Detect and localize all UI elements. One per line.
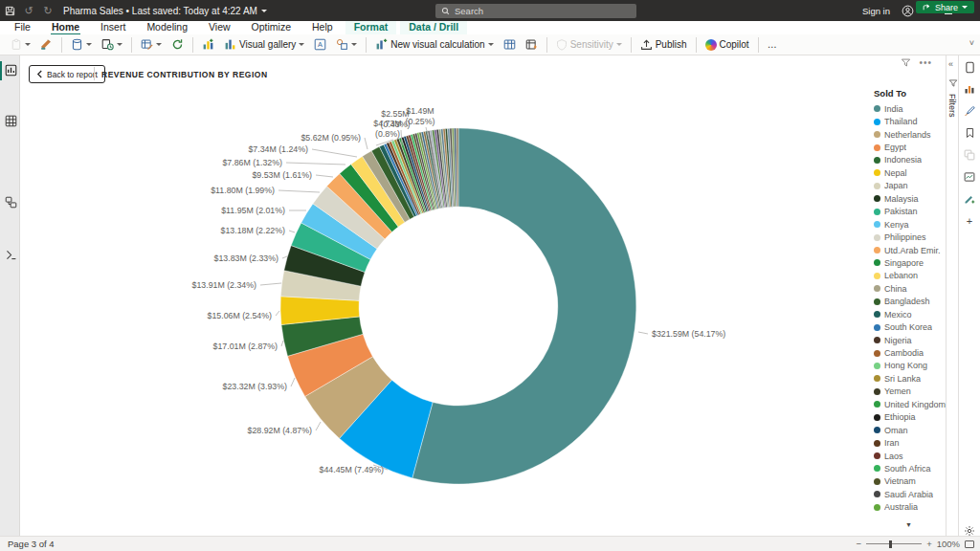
legend-item-australia[interactable]: Australia	[874, 501, 948, 514]
zoom-slider[interactable]	[866, 543, 922, 544]
menu-item-data-drill[interactable]: Data / Drill	[400, 21, 467, 34]
menu-item-format[interactable]: Format	[345, 21, 397, 34]
new-visual-button[interactable]	[197, 35, 219, 55]
legend-swatch	[874, 298, 880, 305]
save-icon[interactable]	[0, 0, 19, 21]
legend-item-indonesia[interactable]: Indonesia	[874, 154, 948, 166]
model-view-icon[interactable]	[3, 194, 18, 209]
format-painter-button[interactable]	[35, 35, 57, 55]
performance-analyzer-pane-icon[interactable]	[963, 170, 976, 184]
legend-item-thailand[interactable]: Thailand	[874, 115, 948, 127]
legend-item-pakistan[interactable]: Pakistan	[874, 206, 948, 218]
new-visual-calculation-button[interactable]: New visual calculation	[370, 35, 498, 55]
menu-item-help[interactable]: Help	[303, 21, 342, 34]
legend-label: Netherlands	[884, 130, 931, 140]
add-pane-icon[interactable]: +	[963, 214, 976, 228]
legend-item-cambodia[interactable]: Cambodia	[874, 346, 948, 359]
report-view-icon[interactable]	[3, 62, 18, 77]
share-button[interactable]: Share	[916, 1, 974, 13]
legend-item-south-korea[interactable]: South Korea	[874, 320, 948, 333]
legend-item-sri-lanka[interactable]: Sri Lanka	[874, 372, 948, 385]
dax-query-view-icon[interactable]	[3, 247, 18, 262]
publish-button[interactable]: Publish	[635, 35, 692, 55]
menu-item-optimize[interactable]: Optimize	[243, 21, 300, 34]
collapse-ribbon-icon[interactable]: ˅	[969, 38, 974, 48]
expand-pane-icon[interactable]: «	[948, 59, 953, 69]
redo-icon[interactable]: ↻	[38, 0, 57, 21]
legend-item-hong-kong[interactable]: Hong Kong	[874, 360, 948, 372]
report-canvas: Back to report REVENUE CONTRIBUTION BY R…	[20, 55, 946, 536]
legend-item-malaysia[interactable]: Malaysia	[874, 192, 948, 205]
visual-gallery-button[interactable]: Visual gallery	[219, 35, 309, 55]
get-data-button[interactable]	[66, 35, 97, 55]
powerbi-window: ↺ ↻ Pharma Sales • Last saved: Today at …	[0, 0, 980, 551]
transform-data-button[interactable]	[136, 35, 167, 55]
sensitivity-button[interactable]: Sensitivity	[551, 35, 627, 55]
legend-item-utd-arab-emir[interactable]: Utd.Arab Emir.	[874, 244, 948, 256]
legend-item-china[interactable]: China	[874, 282, 948, 295]
legend-item-singapore[interactable]: Singapore	[874, 256, 948, 269]
legend-item-ethiopia[interactable]: Ethiopia	[874, 411, 948, 424]
legend-scroll-down-icon[interactable]: ▼	[905, 521, 912, 528]
legend-item-philippines[interactable]: Philippines	[874, 231, 948, 243]
title-caret-icon[interactable]	[261, 10, 267, 12]
menu-item-view[interactable]: View	[200, 21, 239, 34]
mobile-layout-icon[interactable]	[963, 60, 976, 74]
copilot-button[interactable]: Copilot	[701, 35, 754, 55]
legend-item-bangladesh[interactable]: Bangladesh	[874, 296, 948, 308]
refresh-button[interactable]	[167, 35, 189, 55]
recent-sources-button[interactable]	[97, 35, 127, 55]
format-painter-icon	[40, 38, 53, 51]
quick-measure-button[interactable]	[521, 35, 543, 55]
legend-item-mexico[interactable]: Mexico	[874, 308, 948, 320]
format-visual-pane-icon[interactable]	[963, 104, 976, 118]
search-input[interactable]: Search	[435, 4, 636, 18]
legend-item-india[interactable]: India	[874, 102, 948, 115]
legend-item-united-kingdom[interactable]: United Kingdom	[874, 398, 948, 410]
zoom-slider-thumb[interactable]	[889, 540, 892, 548]
share-icon	[923, 3, 931, 11]
legend-item-laos[interactable]: Laos	[874, 450, 948, 462]
legend-item-south-africa[interactable]: South Africa	[874, 462, 948, 474]
shapes-button[interactable]	[331, 35, 362, 55]
legend-item-vietnam[interactable]: Vietnam	[874, 475, 948, 488]
legend-item-lebanon[interactable]: Lebanon	[874, 270, 948, 282]
zoom-out-icon[interactable]: −	[857, 539, 862, 549]
legend-swatch	[874, 169, 880, 176]
ribbon-more-button[interactable]: …	[763, 35, 782, 55]
legend-item-nepal[interactable]: Nepal	[874, 166, 948, 179]
selection-pane-icon[interactable]	[963, 148, 976, 162]
legend-item-netherlands[interactable]: Netherlands	[874, 128, 948, 141]
slice-data-label: $7.34M (1.24%)	[248, 144, 308, 154]
legend-item-nigeria[interactable]: Nigeria	[874, 334, 948, 346]
legend-item-yemen[interactable]: Yemen	[874, 386, 948, 398]
paste-icon	[11, 38, 22, 51]
menu-item-insert[interactable]: Insert	[92, 21, 134, 34]
legend-item-oman[interactable]: Oman	[874, 424, 948, 436]
menu-item-modeling[interactable]: Modeling	[138, 21, 196, 34]
fit-to-page-icon[interactable]	[965, 540, 974, 548]
legend-item-kenya[interactable]: Kenya	[874, 218, 948, 231]
menu-item-home[interactable]: Home	[43, 21, 88, 34]
legend-item-iran[interactable]: Iran	[874, 436, 948, 449]
bookmarks-pane-icon[interactable]	[963, 126, 976, 140]
label-leader-line	[281, 341, 283, 346]
annotate-pen-icon[interactable]	[963, 192, 976, 206]
new-measure-button[interactable]	[499, 35, 521, 55]
legend-swatch	[874, 247, 880, 253]
zoom-in-icon[interactable]: +	[926, 539, 932, 549]
table-view-icon[interactable]	[3, 113, 18, 128]
text-box-button[interactable]: A	[309, 35, 331, 55]
legend-item-saudi-arabia[interactable]: Saudi Arabia	[874, 488, 948, 500]
legend-label: Singapore	[884, 258, 924, 268]
undo-icon[interactable]: ↺	[19, 0, 38, 21]
paste-button[interactable]	[6, 35, 35, 55]
account-avatar-icon[interactable]	[898, 0, 917, 21]
legend-item-egypt[interactable]: Egypt	[874, 141, 948, 153]
legend-item-japan[interactable]: Japan	[874, 180, 948, 192]
legend-label: Egypt	[884, 143, 906, 152]
sign-in-link[interactable]: Sign in	[862, 6, 890, 16]
build-visual-pane-icon[interactable]	[963, 82, 976, 96]
menu-item-file[interactable]: File	[6, 21, 39, 34]
filters-pane-collapsed[interactable]: « Filters	[946, 55, 959, 536]
